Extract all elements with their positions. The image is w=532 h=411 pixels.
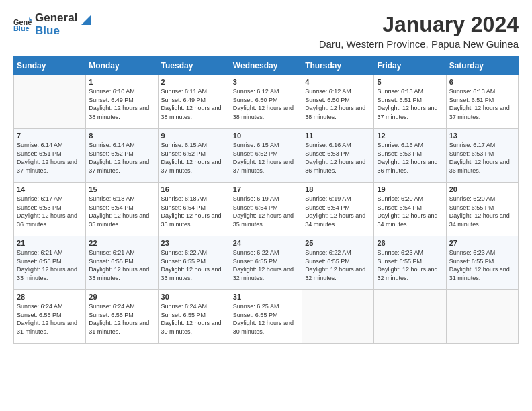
day-content: Sunrise: 6:23 AMSunset: 6:55 PMDaylight:… [449, 248, 515, 282]
calendar-day-cell [374, 290, 446, 344]
calendar-day-cell: 8Sunrise: 6:14 AMSunset: 6:52 PMDaylight… [86, 129, 158, 183]
day-number: 21 [17, 239, 83, 247]
day-content: Sunrise: 6:18 AMSunset: 6:54 PMDaylight:… [89, 195, 154, 228]
calendar-day-cell [446, 290, 518, 344]
day-content: Sunrise: 6:16 AMSunset: 6:53 PMDaylight:… [377, 141, 443, 175]
day-number: 11 [305, 132, 371, 140]
day-content: Sunrise: 6:14 AMSunset: 6:52 PMDaylight:… [89, 141, 154, 175]
day-header-sunday: Sunday [14, 57, 86, 75]
day-number: 6 [449, 78, 515, 86]
day-content: Sunrise: 6:20 AMSunset: 6:54 PMDaylight:… [377, 195, 443, 228]
calendar-day-cell [302, 290, 374, 344]
calendar-week-row: 28Sunrise: 6:24 AMSunset: 6:55 PMDayligh… [14, 290, 519, 344]
calendar-day-cell: 9Sunrise: 6:15 AMSunset: 6:52 PMDaylight… [158, 129, 230, 183]
day-content: Sunrise: 6:20 AMSunset: 6:55 PMDaylight:… [449, 195, 515, 228]
day-content: Sunrise: 6:23 AMSunset: 6:55 PMDaylight:… [377, 248, 443, 282]
calendar-day-cell: 5Sunrise: 6:13 AMSunset: 6:51 PMDaylight… [374, 75, 446, 129]
day-number: 13 [449, 132, 515, 140]
calendar-week-row: 14Sunrise: 6:17 AMSunset: 6:53 PMDayligh… [14, 183, 519, 236]
calendar-day-cell: 27Sunrise: 6:23 AMSunset: 6:55 PMDayligh… [446, 236, 518, 290]
calendar-week-row: 7Sunrise: 6:14 AMSunset: 6:51 PMDaylight… [14, 129, 519, 183]
calendar-day-cell: 15Sunrise: 6:18 AMSunset: 6:54 PMDayligh… [86, 183, 158, 236]
header: General Blue General Blue January 2024 D… [13, 12, 519, 50]
day-content: Sunrise: 6:13 AMSunset: 6:51 PMDaylight:… [377, 87, 443, 121]
day-content: Sunrise: 6:15 AMSunset: 6:52 PMDaylight:… [233, 141, 299, 175]
calendar-day-cell: 26Sunrise: 6:23 AMSunset: 6:55 PMDayligh… [374, 236, 446, 290]
calendar-day-cell: 10Sunrise: 6:15 AMSunset: 6:52 PMDayligh… [230, 129, 302, 183]
logo-blue-text: Blue [35, 25, 77, 38]
day-number: 26 [377, 239, 443, 247]
location: Daru, Western Province, Papua New Guinea [319, 38, 519, 50]
day-number: 15 [89, 185, 154, 193]
calendar-day-cell: 29Sunrise: 6:24 AMSunset: 6:55 PMDayligh… [86, 290, 158, 344]
day-number: 28 [17, 293, 83, 301]
day-number: 9 [161, 132, 227, 140]
day-number: 2 [161, 78, 227, 86]
calendar-day-cell: 24Sunrise: 6:22 AMSunset: 6:55 PMDayligh… [230, 236, 302, 290]
svg-text:Blue: Blue [13, 24, 30, 32]
svg-marker-3 [81, 15, 91, 25]
calendar-day-cell: 30Sunrise: 6:24 AMSunset: 6:55 PMDayligh… [158, 290, 230, 344]
day-content: Sunrise: 6:21 AMSunset: 6:55 PMDaylight:… [89, 248, 154, 282]
logo: General Blue General Blue [13, 12, 91, 37]
calendar-day-cell: 18Sunrise: 6:19 AMSunset: 6:54 PMDayligh… [302, 183, 374, 236]
day-content: Sunrise: 6:21 AMSunset: 6:55 PMDaylight:… [17, 248, 83, 282]
day-number: 27 [449, 239, 515, 247]
day-number: 30 [161, 293, 227, 301]
day-content: Sunrise: 6:22 AMSunset: 6:55 PMDaylight:… [161, 248, 227, 282]
calendar-day-cell: 20Sunrise: 6:20 AMSunset: 6:55 PMDayligh… [446, 183, 518, 236]
calendar-day-cell [14, 75, 86, 129]
day-content: Sunrise: 6:22 AMSunset: 6:55 PMDaylight:… [305, 248, 371, 282]
calendar-day-cell: 1Sunrise: 6:10 AMSunset: 6:49 PMDaylight… [86, 75, 158, 129]
day-content: Sunrise: 6:17 AMSunset: 6:53 PMDaylight:… [17, 195, 83, 228]
day-content: Sunrise: 6:10 AMSunset: 6:49 PMDaylight:… [89, 87, 154, 121]
day-content: Sunrise: 6:17 AMSunset: 6:53 PMDaylight:… [449, 141, 515, 175]
calendar-day-cell: 13Sunrise: 6:17 AMSunset: 6:53 PMDayligh… [446, 129, 518, 183]
day-number: 1 [89, 78, 154, 86]
calendar-day-cell: 31Sunrise: 6:25 AMSunset: 6:55 PMDayligh… [230, 290, 302, 344]
calendar-day-cell: 4Sunrise: 6:12 AMSunset: 6:50 PMDaylight… [302, 75, 374, 129]
calendar-day-cell: 2Sunrise: 6:11 AMSunset: 6:49 PMDaylight… [158, 75, 230, 129]
calendar-day-cell: 28Sunrise: 6:24 AMSunset: 6:55 PMDayligh… [14, 290, 86, 344]
day-content: Sunrise: 6:24 AMSunset: 6:55 PMDaylight:… [89, 302, 154, 336]
day-number: 18 [305, 185, 371, 193]
day-number: 24 [233, 239, 299, 247]
day-content: Sunrise: 6:18 AMSunset: 6:54 PMDaylight:… [161, 195, 227, 228]
calendar-day-cell: 16Sunrise: 6:18 AMSunset: 6:54 PMDayligh… [158, 183, 230, 236]
day-content: Sunrise: 6:13 AMSunset: 6:51 PMDaylight:… [449, 87, 515, 121]
day-content: Sunrise: 6:11 AMSunset: 6:49 PMDaylight:… [161, 87, 227, 121]
day-number: 22 [89, 239, 154, 247]
day-number: 4 [305, 78, 371, 86]
day-header-wednesday: Wednesday [230, 57, 302, 75]
day-content: Sunrise: 6:12 AMSunset: 6:50 PMDaylight:… [233, 87, 299, 121]
logo-icon: General Blue [13, 15, 32, 34]
day-header-tuesday: Tuesday [158, 57, 230, 75]
calendar-day-cell: 22Sunrise: 6:21 AMSunset: 6:55 PMDayligh… [86, 236, 158, 290]
day-number: 23 [161, 239, 227, 247]
logo-arrow-icon [79, 15, 91, 28]
day-number: 12 [377, 132, 443, 140]
day-number: 14 [17, 185, 83, 193]
day-content: Sunrise: 6:24 AMSunset: 6:55 PMDaylight:… [17, 302, 83, 336]
day-number: 25 [305, 239, 371, 247]
day-content: Sunrise: 6:19 AMSunset: 6:54 PMDaylight:… [233, 195, 299, 228]
title-block: January 2024 Daru, Western Province, Pap… [319, 12, 519, 50]
day-header-friday: Friday [374, 57, 446, 75]
calendar-week-row: 1Sunrise: 6:10 AMSunset: 6:49 PMDaylight… [14, 75, 519, 129]
page: General Blue General Blue January 2024 D… [0, 0, 532, 351]
day-header-monday: Monday [86, 57, 158, 75]
calendar-day-cell: 11Sunrise: 6:16 AMSunset: 6:53 PMDayligh… [302, 129, 374, 183]
day-header-thursday: Thursday [302, 57, 374, 75]
calendar-day-cell: 17Sunrise: 6:19 AMSunset: 6:54 PMDayligh… [230, 183, 302, 236]
calendar-day-cell: 7Sunrise: 6:14 AMSunset: 6:51 PMDaylight… [14, 129, 86, 183]
calendar-day-cell: 23Sunrise: 6:22 AMSunset: 6:55 PMDayligh… [158, 236, 230, 290]
calendar-table: SundayMondayTuesdayWednesdayThursdayFrid… [13, 56, 519, 344]
day-content: Sunrise: 6:25 AMSunset: 6:55 PMDaylight:… [233, 302, 299, 336]
calendar-day-cell: 12Sunrise: 6:16 AMSunset: 6:53 PMDayligh… [374, 129, 446, 183]
day-content: Sunrise: 6:12 AMSunset: 6:50 PMDaylight:… [305, 87, 371, 121]
calendar-day-cell: 19Sunrise: 6:20 AMSunset: 6:54 PMDayligh… [374, 183, 446, 236]
calendar-header-row: SundayMondayTuesdayWednesdayThursdayFrid… [14, 57, 519, 75]
day-number: 17 [233, 185, 299, 193]
month-year: January 2024 [319, 12, 519, 37]
day-number: 7 [17, 132, 83, 140]
